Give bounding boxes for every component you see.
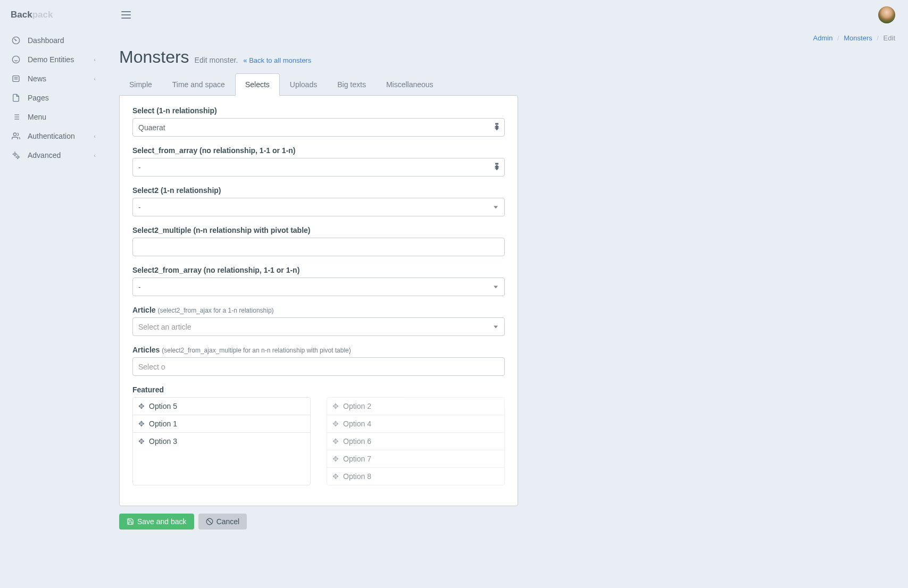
tab-list: SimpleTime and spaceSelectsUploadsBig te…: [119, 73, 895, 96]
list-icon: [11, 113, 21, 121]
dashboard-icon: [11, 36, 21, 45]
featured-option[interactable]: ✥Option 8: [327, 468, 504, 485]
select-from-array[interactable]: -: [132, 158, 505, 177]
featured-option-label: Option 3: [149, 437, 177, 446]
select2-ajax-articles[interactable]: Select o: [132, 357, 505, 376]
tab-uploads[interactable]: Uploads: [280, 73, 327, 96]
chevron-left-icon: ‹: [94, 152, 96, 158]
svg-point-2: [12, 56, 19, 63]
featured-option[interactable]: ✥Option 5: [133, 398, 310, 415]
label-article: Article (select2_from_ajax for a 1-n rel…: [132, 306, 505, 314]
label-select-from-array: Select_from_array (no relationship, 1-1 …: [132, 146, 505, 155]
save-icon: [127, 518, 134, 525]
label-articles: Articles (select2_from_ajax_multiple for…: [132, 346, 505, 354]
tab-miscellaneous[interactable]: Miscellaneous: [376, 73, 444, 96]
move-icon: ✥: [332, 402, 339, 410]
sidebar-item-label: Menu: [28, 113, 46, 121]
breadcrumb: Admin / Monsters / Edit: [119, 30, 895, 44]
select2-relationship[interactable]: -: [132, 198, 505, 216]
form-card: Select (1-n relationship) Quaerat Select…: [119, 95, 518, 506]
move-icon: ✥: [332, 437, 339, 446]
move-icon: ✥: [332, 455, 339, 463]
label-select2-multiple: Select2_multiple (n-n relationship with …: [132, 226, 505, 234]
sidebar-item-label: Pages: [28, 94, 49, 102]
save-button[interactable]: Save and back: [119, 514, 194, 530]
sidebar-item-label: Dashboard: [28, 36, 64, 45]
sidebar-item-menu[interactable]: Menu: [0, 107, 106, 127]
sidebar-item-news[interactable]: News‹: [0, 69, 106, 88]
users-icon: [11, 132, 21, 140]
sidebar-item-label: Demo Entities: [28, 55, 74, 64]
chevron-left-icon: ‹: [94, 133, 96, 139]
label-select2: Select2 (1-n relationship): [132, 186, 505, 195]
cogs-icon: [11, 151, 21, 159]
label-select2-from-array: Select2_from_array (no relationship, 1-1…: [132, 266, 505, 274]
back-link[interactable]: « Back to all monsters: [243, 56, 311, 64]
featured-option[interactable]: ✥Option 7: [327, 450, 504, 468]
featured-option-label: Option 1: [149, 419, 177, 428]
ban-icon: [206, 518, 213, 525]
breadcrumb-admin[interactable]: Admin: [813, 34, 833, 42]
move-icon: ✥: [138, 437, 145, 446]
avatar[interactable]: [878, 6, 895, 23]
svg-point-16: [16, 156, 19, 158]
form-actions: Save and back Cancel: [119, 514, 518, 530]
file-icon: [11, 94, 21, 102]
svg-point-14: [13, 133, 16, 136]
sidebar: Backpack DashboardDemo Entities‹News‹Pag…: [0, 0, 106, 588]
sidebar-item-advanced[interactable]: Advanced‹: [0, 146, 106, 165]
tab-selects[interactable]: Selects: [235, 73, 280, 96]
svg-line-18: [207, 519, 212, 524]
featured-option-label: Option 5: [149, 402, 177, 410]
cancel-button[interactable]: Cancel: [198, 514, 247, 530]
sidebar-item-demo-entities[interactable]: Demo Entities‹: [0, 50, 106, 69]
page-heading: Monsters: [119, 47, 189, 67]
featured-option-label: Option 6: [343, 437, 371, 446]
featured-option[interactable]: ✥Option 4: [327, 415, 504, 433]
tab-simple[interactable]: Simple: [119, 73, 162, 96]
chevron-left-icon: ‹: [94, 75, 96, 82]
sidebar-item-authentication[interactable]: Authentication‹: [0, 127, 106, 146]
tab-time-and-space[interactable]: Time and space: [162, 73, 235, 96]
featured-option-label: Option 7: [343, 455, 371, 463]
svg-point-15: [14, 153, 16, 155]
move-icon: ✥: [138, 402, 145, 410]
smile-icon: [11, 55, 21, 64]
label-select: Select (1-n relationship): [132, 106, 505, 115]
featured-option[interactable]: ✥Option 6: [327, 433, 504, 450]
breadcrumb-current: Edit: [884, 34, 895, 42]
sidebar-item-label: Authentication: [28, 132, 75, 140]
move-icon: ✥: [332, 472, 339, 481]
featured-available-list: ✥Option 2✥Option 4✥Option 6✥Option 7✥Opt…: [327, 397, 505, 485]
move-icon: ✥: [332, 419, 339, 428]
main: Admin / Monsters / Edit Monsters Edit mo…: [106, 0, 908, 588]
tab-big-texts[interactable]: Big texts: [327, 73, 376, 96]
featured-option[interactable]: ✥Option 3: [133, 433, 310, 450]
move-icon: ✥: [138, 419, 145, 428]
label-featured: Featured: [132, 385, 505, 394]
sidebar-toggle[interactable]: [119, 9, 133, 21]
sidebar-item-label: News: [28, 74, 46, 83]
select2-multiple[interactable]: [132, 238, 505, 256]
featured-option-label: Option 2: [343, 402, 371, 410]
featured-selected-list: ✥Option 5✥Option 1✥Option 3: [132, 397, 311, 485]
sidebar-item-pages[interactable]: Pages: [0, 88, 106, 107]
brand: Backpack: [0, 10, 106, 31]
chevron-left-icon: ‹: [94, 56, 96, 63]
featured-option-label: Option 4: [343, 419, 371, 428]
featured-option[interactable]: ✥Option 1: [133, 415, 310, 433]
svg-point-1: [15, 40, 17, 41]
featured-option-label: Option 8: [343, 472, 371, 481]
select2-ajax-article[interactable]: Select an article: [132, 317, 505, 336]
breadcrumb-monsters[interactable]: Monsters: [844, 34, 872, 42]
select-relationship[interactable]: Quaerat: [132, 118, 505, 137]
select2-from-array[interactable]: -: [132, 278, 505, 296]
news-icon: [11, 74, 21, 83]
page-title: Monsters Edit monster. « Back to all mon…: [119, 47, 895, 67]
sidebar-item-dashboard[interactable]: Dashboard: [0, 31, 106, 50]
sidebar-item-label: Advanced: [28, 151, 61, 159]
topbar: [119, 0, 895, 30]
page-subheading: Edit monster.: [195, 56, 238, 64]
featured-option[interactable]: ✥Option 2: [327, 398, 504, 415]
